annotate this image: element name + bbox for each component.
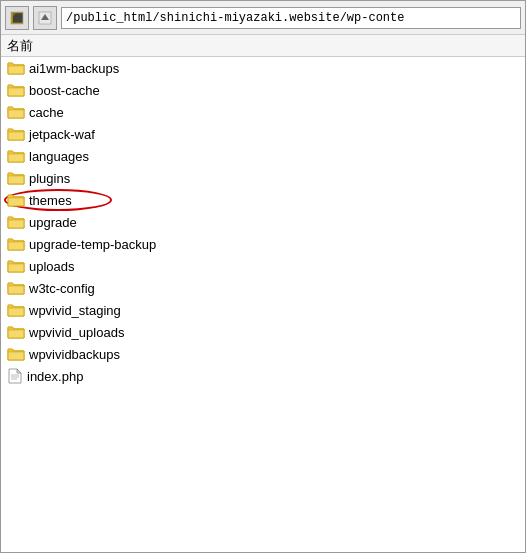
item-label: index.php — [27, 369, 83, 384]
item-label: uploads — [29, 259, 75, 274]
item-label: cache — [29, 105, 64, 120]
folder-icon — [7, 61, 25, 75]
list-item[interactable]: upgrade-temp-backup — [1, 233, 525, 255]
list-item[interactable]: wpvivid_uploads — [1, 321, 525, 343]
address-text: /public_html/shinichi-miyazaki.website/w… — [66, 11, 404, 25]
folder-icon — [7, 105, 25, 119]
folder-icon — [7, 325, 25, 339]
address-bar[interactable]: /public_html/shinichi-miyazaki.website/w… — [61, 7, 521, 29]
item-label: wpvivid_staging — [29, 303, 121, 318]
list-item[interactable]: jetpack-waf — [1, 123, 525, 145]
file-icon — [7, 367, 23, 385]
svg-text:⬛: ⬛ — [12, 12, 24, 24]
item-label: wpvividbackups — [29, 347, 120, 362]
item-label: ai1wm-backups — [29, 61, 119, 76]
back-button[interactable]: ⬛ — [5, 6, 29, 30]
folder-icon — [7, 83, 25, 97]
item-label: themes — [29, 193, 72, 208]
item-label: jetpack-waf — [29, 127, 95, 142]
folder-icon — [7, 127, 25, 141]
file-manager-window: ⬛ /public_html/shinichi-miyazaki.website… — [0, 0, 526, 553]
item-label: plugins — [29, 171, 70, 186]
list-item[interactable]: ai1wm-backups — [1, 57, 525, 79]
folder-icon — [7, 193, 25, 207]
list-item[interactable]: boost-cache — [1, 79, 525, 101]
list-item[interactable]: plugins — [1, 167, 525, 189]
item-label: languages — [29, 149, 89, 164]
list-item[interactable]: themes — [1, 189, 525, 211]
folder-icon — [7, 215, 25, 229]
folder-icon — [7, 303, 25, 317]
folder-icon — [7, 281, 25, 295]
file-list: ai1wm-backups boost-cache cache jetpack-… — [1, 57, 525, 387]
list-item[interactable]: languages — [1, 145, 525, 167]
up-icon — [38, 11, 52, 25]
list-item[interactable]: index.php — [1, 365, 525, 387]
list-item[interactable]: wpvivid_staging — [1, 299, 525, 321]
list-item[interactable]: uploads — [1, 255, 525, 277]
list-item[interactable]: wpvividbackups — [1, 343, 525, 365]
folder-icon — [7, 347, 25, 361]
up-button[interactable] — [33, 6, 57, 30]
list-item[interactable]: upgrade — [1, 211, 525, 233]
back-icon: ⬛ — [10, 11, 24, 25]
item-label: boost-cache — [29, 83, 100, 98]
column-name: 名前 — [7, 37, 33, 55]
file-list-header: 名前 — [1, 35, 525, 57]
folder-icon — [7, 171, 25, 185]
item-label: wpvivid_uploads — [29, 325, 124, 340]
folder-icon — [7, 259, 25, 273]
item-label: upgrade-temp-backup — [29, 237, 156, 252]
list-item[interactable]: cache — [1, 101, 525, 123]
list-item[interactable]: w3tc-config — [1, 277, 525, 299]
folder-icon — [7, 149, 25, 163]
folder-icon — [7, 237, 25, 251]
file-list-container[interactable]: ai1wm-backups boost-cache cache jetpack-… — [1, 57, 525, 552]
item-label: w3tc-config — [29, 281, 95, 296]
item-label: upgrade — [29, 215, 77, 230]
toolbar: ⬛ /public_html/shinichi-miyazaki.website… — [1, 1, 525, 35]
